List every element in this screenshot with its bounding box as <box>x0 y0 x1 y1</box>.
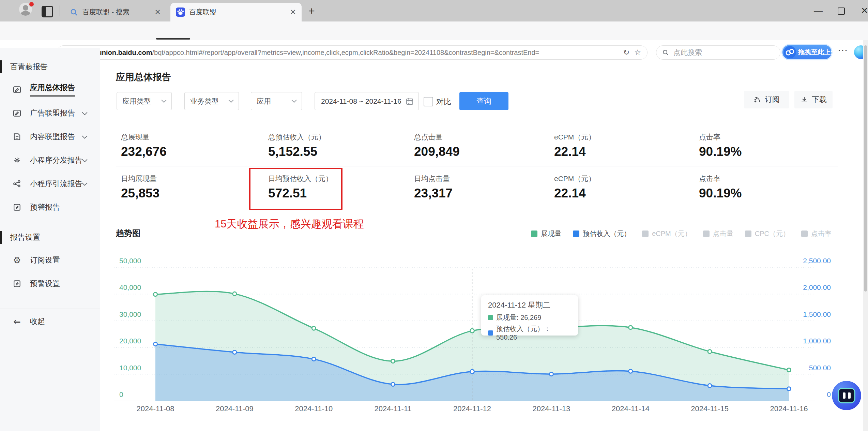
stat-value: 90.19% <box>699 145 742 159</box>
sidebar-item-content-union-report[interactable]: 内容联盟报告 <box>0 125 100 148</box>
legend-label: 预估收入（元） <box>583 229 630 238</box>
subscribe-label: 订阅 <box>765 94 780 105</box>
tooltip-row-view: 展现量: 26,269 <box>488 313 571 322</box>
stats-divider <box>116 166 838 166</box>
stat-label: 总预估收入（元） <box>268 132 325 142</box>
legend-swatch <box>642 231 649 237</box>
data-point[interactable] <box>312 357 316 361</box>
legend-item[interactable]: 点击量 <box>703 229 733 238</box>
data-point[interactable] <box>470 370 474 374</box>
scrollbar-thumb[interactable] <box>864 45 867 292</box>
y-axis-left-tick: 40,000 <box>119 283 141 291</box>
sidebar-item-label: 内容联盟报告 <box>30 132 75 142</box>
select-value: 业务类型 <box>190 96 219 106</box>
data-point[interactable] <box>549 372 553 376</box>
calendar-icon <box>406 97 414 105</box>
window-maximize-button[interactable] <box>838 8 845 15</box>
data-point[interactable] <box>787 387 791 391</box>
legend-item[interactable]: 点击率 <box>801 229 832 238</box>
data-point[interactable] <box>233 350 237 354</box>
legend-swatch <box>801 231 808 237</box>
data-point[interactable] <box>391 383 395 386</box>
download-button[interactable]: 下载 <box>794 91 833 108</box>
data-point[interactable] <box>391 359 395 363</box>
legend-item[interactable]: 预估收入（元） <box>573 229 630 238</box>
stat-value: 25,853 <box>121 186 159 200</box>
page-title: 应用总体报告 <box>116 71 171 83</box>
sidebar-item-overall-report[interactable]: 应用总体报告 <box>0 78 100 101</box>
y-axis-right-tick: 1,000.00 <box>803 337 831 345</box>
data-point[interactable] <box>312 326 316 330</box>
trend-chart[interactable]: 0010,000500.0020,0001,000.0030,0001,500.… <box>112 251 835 414</box>
data-point[interactable] <box>154 342 157 346</box>
data-point[interactable] <box>708 350 712 353</box>
miniapp-referral-icon <box>12 179 22 189</box>
legend-item[interactable]: 展现量 <box>531 229 561 238</box>
browser-tab-union[interactable]: 百度联盟 ✕ <box>170 3 302 21</box>
loading-indicator-bar <box>156 38 190 40</box>
browser-menu-icon[interactable]: ⋯ <box>838 44 849 56</box>
chevron-down-icon <box>82 134 88 140</box>
browser-tab-search[interactable]: 百度联盟 - 搜索 ✕ <box>64 3 166 21</box>
url-bar[interactable]: 🔒 https://union.baidu.com/bqt/appco.html… <box>57 45 648 60</box>
netdisk-upload-badge[interactable]: 拖拽至此上传 <box>781 44 833 60</box>
sidebar-item-miniapp-referral-report[interactable]: 小程序引流报告 <box>0 172 100 195</box>
sidebar-item-label: 订阅设置 <box>30 255 60 265</box>
chart-tooltip: 2024-11-12 星期二 展现量: 26,269 预估收入（元）：550.2… <box>481 295 578 336</box>
x-axis-tick: 2024-11-09 <box>216 404 254 413</box>
stat-label: 日均点击量 <box>414 174 450 183</box>
sidebar-item-label: 应用总体报告 <box>30 83 75 96</box>
alert-report-icon <box>12 203 22 212</box>
x-axis-tick: 2024-11-12 <box>453 404 491 413</box>
compare-checkbox[interactable] <box>424 97 433 106</box>
download-label: 下载 <box>812 94 827 105</box>
sidebar-item-alert-settings[interactable]: 预警设置 <box>0 272 100 295</box>
stat-value: 90.19% <box>699 186 742 200</box>
legend-swatch <box>703 231 710 237</box>
legend-item[interactable]: eCPM（元） <box>642 229 691 238</box>
assistant-floating-button[interactable] <box>832 381 861 410</box>
new-tab-button[interactable]: + <box>308 6 315 16</box>
chevron-down-icon <box>228 100 234 103</box>
date-range-input[interactable]: 2024-11-08 ~ 2024-11-16 <box>315 92 419 110</box>
data-point[interactable] <box>787 368 791 372</box>
sidebar-section-reports: 百青藤报告 <box>0 60 100 74</box>
url-text[interactable]: https://union.baidu.com/bqt/appco.html#/… <box>77 49 618 57</box>
biz-type-select[interactable]: 业务类型 <box>184 92 239 110</box>
data-point[interactable] <box>233 292 237 296</box>
app-select[interactable]: 应用 <box>251 92 302 110</box>
toolbar-search-box[interactable]: 点此搜索 <box>656 45 780 60</box>
legend-swatch <box>531 231 537 237</box>
app-type-select[interactable]: 应用类型 <box>117 92 172 110</box>
window-close-button[interactable]: ✕ <box>861 6 868 15</box>
select-value: 应用类型 <box>122 96 151 106</box>
report-icon <box>12 85 22 94</box>
tooltip-row-income: 预估收入（元）：550.26 <box>488 324 571 341</box>
tab-close-icon[interactable]: ✕ <box>290 9 296 16</box>
sidebar-item-miniapp-dispatch-report[interactable]: 小程序分发报告 <box>0 148 100 172</box>
stat-value: 22.14 <box>554 145 586 159</box>
legend-item[interactable]: CPC（元） <box>745 229 790 238</box>
sidebar-collapse-button[interactable]: ⇐ 收起 <box>0 310 100 333</box>
data-point[interactable] <box>708 384 712 387</box>
y-axis-right-tick: 0 <box>827 390 831 398</box>
sidebar-item-subscribe-settings[interactable]: ⚙订阅设置 <box>0 248 100 272</box>
data-point[interactable] <box>629 326 633 329</box>
search-placeholder: 点此搜索 <box>673 48 702 57</box>
workspaces-icon[interactable] <box>42 6 53 17</box>
window-minimize-button[interactable]: — <box>814 6 823 15</box>
data-point[interactable] <box>154 293 157 296</box>
upload-badge-label: 拖拽至此上传 <box>798 48 837 57</box>
query-button[interactable]: 查询 <box>459 92 508 110</box>
data-point[interactable] <box>629 369 633 373</box>
data-point[interactable] <box>470 329 474 333</box>
sidebar-item-alert-report[interactable]: 预警报告 <box>0 195 100 219</box>
subscribe-button[interactable]: 订阅 <box>744 91 789 108</box>
sidebar-item-ad-union-report[interactable]: 广告联盟报告 <box>0 101 100 125</box>
favorite-star-icon[interactable]: ☆ <box>634 48 641 57</box>
stat-value: 232,676 <box>121 145 167 159</box>
x-axis-tick: 2024-11-11 <box>374 404 411 413</box>
reload-circle-icon[interactable]: ↻ <box>623 48 629 57</box>
sidebar-item-label: 小程序引流报告 <box>30 179 82 189</box>
tab-close-icon[interactable]: ✕ <box>155 9 161 16</box>
